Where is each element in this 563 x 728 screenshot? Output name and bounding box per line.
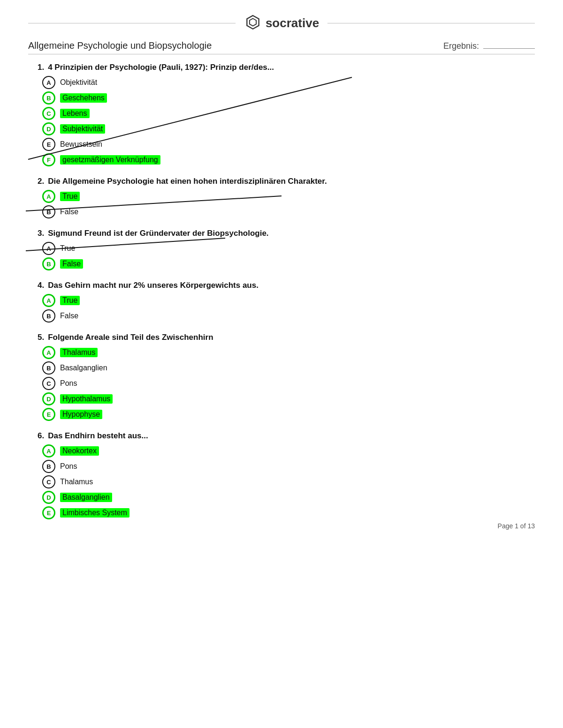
answer-row-q6-A: ANeokortex	[42, 444, 535, 458]
answer-label-q5-B: Basalganglien	[60, 364, 107, 372]
answer-circle-q1-C: C	[42, 107, 55, 120]
answer-circle-q1-A: A	[42, 76, 55, 89]
question-block-1: 1.4 Prinzipien der Psychologie (Pauli, 1…	[28, 63, 535, 166]
logo-icon	[244, 14, 262, 32]
question-block-6: 6.Das Endhirn besteht aus...ANeokortexBP…	[28, 431, 535, 519]
answer-circle-q6-D: D	[42, 491, 55, 504]
answer-row-q1-C: CLebens	[42, 107, 535, 120]
svg-marker-1	[250, 19, 256, 26]
answer-circle-q6-A: A	[42, 444, 55, 458]
question-block-4: 4.Das Gehirn macht nur 2% unseres Körper…	[28, 281, 535, 323]
answer-circle-q6-E: E	[42, 506, 55, 519]
question-number-5: 5.	[38, 333, 44, 342]
answer-label-q1-B: Geschehens	[60, 93, 107, 103]
title-row: Allgemeine Psychologie und Biopsychologi…	[28, 40, 535, 54]
answer-row-q4-A: ATrue	[42, 294, 535, 307]
answer-row-q6-E: ELimbisches System	[42, 506, 535, 519]
answer-row-q4-B: BFalse	[42, 309, 535, 323]
question-text-1: 1.4 Prinzipien der Psychologie (Pauli, 1…	[38, 63, 535, 72]
header-line-left	[28, 23, 236, 23]
answer-circle-q5-A: A	[42, 346, 55, 359]
answer-circle-q1-D: D	[42, 122, 55, 135]
ergebnis: Ergebnis:	[443, 41, 535, 51]
answer-label-q5-D: Hypothalamus	[60, 394, 113, 404]
answer-circle-q6-C: C	[42, 475, 55, 488]
answer-row-q6-D: DBasalganglien	[42, 491, 535, 504]
answer-label-q2-B: False	[60, 208, 78, 216]
question-number-4: 4.	[38, 281, 44, 290]
answer-row-q5-C: CPons	[42, 377, 535, 390]
answer-label-q1-C: Lebens	[60, 109, 90, 118]
answer-row-q5-D: DHypothalamus	[42, 392, 535, 405]
answer-label-q4-A: True	[60, 296, 80, 305]
page-info: Page 1 of 13	[498, 522, 535, 530]
question-number-6: 6.	[38, 431, 44, 440]
answer-row-q3-B: BFalse	[42, 257, 535, 270]
answer-row-q1-A: AObjektivität	[42, 76, 535, 89]
answer-label-q6-A: Neokortex	[60, 446, 99, 456]
answer-label-q4-B: False	[60, 312, 78, 320]
answer-label-q6-E: Limbisches System	[60, 508, 129, 518]
question-block-5: 5.Folgende Areale sind Teil des Zwischen…	[28, 333, 535, 421]
question-number-2: 2.	[38, 177, 44, 186]
answer-circle-q2-A: A	[42, 190, 55, 203]
question-block-3: 3.Sigmund Freund ist der Gründervater de…	[28, 229, 535, 270]
question-text-3: 3.Sigmund Freund ist der Gründervater de…	[38, 229, 535, 238]
answer-circle-q4-A: A	[42, 294, 55, 307]
answer-circle-q4-B: B	[42, 309, 55, 323]
answer-label-q1-E: Bewusstsein	[60, 140, 102, 149]
answer-label-q3-B: False	[60, 259, 83, 269]
answer-circle-q5-D: D	[42, 392, 55, 405]
answer-circle-q2-B: B	[42, 205, 55, 218]
answer-row-q1-B: BGeschehens	[42, 91, 535, 105]
logo-text: socrative	[266, 16, 319, 30]
answer-circle-q1-F: F	[42, 153, 55, 166]
answer-label-q6-B: Pons	[60, 462, 77, 471]
answer-row-q5-B: BBasalganglien	[42, 361, 535, 375]
answer-label-q6-D: Basalganglien	[60, 493, 112, 502]
page-footer: Page 1 of 13	[498, 522, 535, 530]
header-line-right	[327, 23, 535, 23]
header: socrative	[28, 14, 535, 32]
answer-circle-q3-A: A	[42, 242, 55, 255]
question-number-1: 1.	[38, 63, 44, 72]
answer-row-q2-A: ATrue	[42, 190, 535, 203]
answer-label-q1-D: Subjektivität	[60, 124, 105, 134]
answer-label-q1-F: gesetzmäßigen Verknüpfung	[60, 155, 160, 165]
question-number-3: 3.	[38, 229, 44, 238]
answer-row-q6-B: BPons	[42, 460, 535, 473]
answer-row-q1-D: DSubjektivität	[42, 122, 535, 135]
question-text-4: 4.Das Gehirn macht nur 2% unseres Körper…	[38, 281, 535, 290]
answer-row-q5-A: AThalamus	[42, 346, 535, 359]
question-text-2: 2.Die Allgemeine Psychologie hat einen h…	[38, 177, 535, 186]
answer-label-q5-A: Thalamus	[60, 348, 98, 357]
answer-row-q2-B: BFalse	[42, 205, 535, 218]
answer-circle-q6-B: B	[42, 460, 55, 473]
answer-label-q5-C: Pons	[60, 379, 77, 388]
answer-row-q5-E: EHypophyse	[42, 408, 535, 421]
answer-row-q1-F: Fgesetzmäßigen Verknüpfung	[42, 153, 535, 166]
logo: socrative	[244, 14, 319, 32]
answer-label-q5-E: Hypophyse	[60, 410, 102, 419]
answer-circle-q5-C: C	[42, 377, 55, 390]
question-block-2: 2.Die Allgemeine Psychologie hat einen h…	[28, 177, 535, 218]
quiz-title: Allgemeine Psychologie und Biopsychologi…	[28, 40, 212, 51]
answer-label-q1-A: Objektivität	[60, 78, 97, 87]
svg-marker-0	[247, 15, 259, 29]
answer-row-q1-E: EBewusstsein	[42, 138, 535, 151]
answer-row-q6-C: CThalamus	[42, 475, 535, 488]
answer-circle-q3-B: B	[42, 257, 55, 270]
question-text-6: 6.Das Endhirn besteht aus...	[38, 431, 535, 441]
answer-row-q3-A: ATrue	[42, 242, 535, 255]
answer-circle-q1-E: E	[42, 138, 55, 151]
answer-circle-q5-B: B	[42, 361, 55, 375]
answer-circle-q5-E: E	[42, 408, 55, 421]
question-text-5: 5.Folgende Areale sind Teil des Zwischen…	[38, 333, 535, 342]
answer-circle-q1-B: B	[42, 91, 55, 105]
ergebnis-line	[483, 48, 535, 49]
answer-label-q6-C: Thalamus	[60, 478, 93, 486]
answer-label-q3-A: True	[60, 244, 75, 253]
questions-container: 1.4 Prinzipien der Psychologie (Pauli, 1…	[28, 63, 535, 519]
answer-label-q2-A: True	[60, 192, 80, 201]
